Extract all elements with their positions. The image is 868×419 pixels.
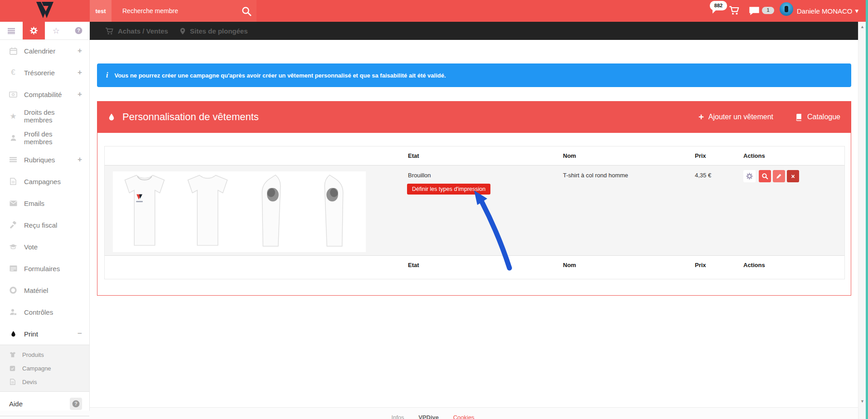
expand-plus-icon[interactable]: + <box>78 155 82 164</box>
euro-icon: € <box>9 68 17 77</box>
chat-count: 1 <box>767 8 770 13</box>
nav-achats-ventes[interactable]: Achats / Ventes <box>105 22 168 40</box>
col-header-nom: Nom <box>563 152 576 159</box>
define-print-types-button[interactable]: Définir les types d'impression <box>407 184 490 195</box>
col-footer-actions: Actions <box>743 262 765 268</box>
sidebar-item-comptabilite[interactable]: Comptabilité + <box>0 83 89 105</box>
sidebar-tab-strip: ☆ ? <box>0 22 90 40</box>
envelope-icon <box>9 199 17 207</box>
person-badge-icon <box>9 308 17 316</box>
sidebar-item-calendrier[interactable]: Calendrier + <box>0 40 89 62</box>
svg-text:?: ? <box>77 28 80 33</box>
sidebar-item-emails[interactable]: Emails <box>0 192 89 214</box>
app-window: test 882 1 Daniele MONACO ▾ <box>0 0 868 419</box>
close-icon: × <box>791 173 795 180</box>
sidebar-item-materiel[interactable]: Matériel <box>0 279 89 301</box>
panel-title: Personnalisation de vêtements <box>122 111 259 123</box>
info-icon: i <box>106 71 108 79</box>
info-banner: i Vous ne pourrez créer une campagne qu'… <box>97 63 851 87</box>
col-header-actions: Actions <box>743 152 765 159</box>
notification-badge[interactable]: 882 <box>710 1 727 10</box>
cell-prix: 4,35 € <box>695 172 711 179</box>
person-icon <box>9 134 17 142</box>
sidebar: Calendrier + € Trésorerie + Comptabilité… <box>0 40 90 411</box>
add-garment-button[interactable]: + Ajouter un vêtement <box>698 112 773 122</box>
help-button[interactable]: ? <box>70 398 82 410</box>
sidebar-item-vote[interactable]: Vote <box>0 236 89 258</box>
scroll-down-arrow[interactable]: ▼ <box>858 399 866 404</box>
sidebar-item-tresorerie[interactable]: € Trésorerie + <box>0 62 89 83</box>
question-circle-icon: ? <box>72 400 80 408</box>
tab-settings[interactable] <box>23 22 45 39</box>
expand-plus-icon[interactable]: + <box>78 68 82 77</box>
page-footer: Infos VPDive Cookies <box>0 407 866 419</box>
col-header-prix: Prix <box>695 152 706 159</box>
submenu-item-produits[interactable]: Produits <box>0 348 89 361</box>
submenu-item-devis[interactable]: Devis <box>0 375 89 389</box>
cart-icon[interactable] <box>729 5 740 15</box>
expand-plus-icon[interactable]: + <box>78 90 82 99</box>
question-circle-icon: ? <box>75 27 82 34</box>
document-icon <box>9 177 17 185</box>
expand-plus-icon[interactable]: + <box>78 46 82 55</box>
sidebar-item-profil-des-membres[interactable]: Profil des membres <box>0 127 89 149</box>
sidebar-item-print[interactable]: Print − <box>0 323 89 345</box>
cart-icon <box>105 27 114 35</box>
org-chip[interactable]: test <box>90 0 112 22</box>
calendar-icon <box>9 47 17 55</box>
footer-link-infos[interactable]: Infos <box>391 414 404 419</box>
collapse-minus-icon[interactable]: − <box>78 329 82 338</box>
sidebar-item-droits-des-membres[interactable]: ★ Droits des membres <box>0 105 89 127</box>
brand-logo[interactable] <box>33 1 53 19</box>
delete-action-button[interactable]: × <box>787 170 799 182</box>
row-actions: × <box>743 170 799 182</box>
table-footer: Etat Nom Prix Actions <box>105 255 844 274</box>
map-pin-icon <box>179 27 186 35</box>
submenu-item-campagne[interactable]: Campagne <box>0 361 89 375</box>
sidebar-item-formulaires[interactable]: Formulaires <box>0 258 89 279</box>
gavel-icon <box>9 221 17 229</box>
banknote-icon <box>9 90 17 98</box>
sidebar-item-controles[interactable]: Contrôles <box>0 301 89 323</box>
catalogue-button[interactable]: Catalogue <box>795 112 840 122</box>
info-banner-text: Vous ne pourrez créer une campagne qu'ap… <box>114 72 446 79</box>
plus-icon: + <box>698 112 704 122</box>
panel-header: Personnalisation de vêtements + Ajouter … <box>97 101 851 133</box>
cell-nom: T-shirt à col rond homme <box>563 172 628 179</box>
col-header-etat: Etat <box>408 152 419 159</box>
page-scrollbar[interactable]: ▲ ▼ <box>858 22 866 419</box>
sidebar-item-rubriques[interactable]: Rubriques + <box>0 149 89 171</box>
notification-count: 882 <box>714 3 723 8</box>
col-footer-prix: Prix <box>695 262 706 268</box>
nav-label: Sites de plongées <box>190 27 248 35</box>
footer-link-cookies[interactable]: Cookies <box>453 414 475 419</box>
scroll-up-arrow[interactable]: ▲ <box>858 24 866 29</box>
clothing-panel: Personnalisation de vêtements + Ajouter … <box>97 101 851 296</box>
search-icon[interactable] <box>241 6 252 17</box>
document-icon <box>9 379 16 385</box>
sidebar-item-campagnes[interactable]: Campagnes <box>0 171 89 192</box>
pencil-icon <box>776 173 782 179</box>
avatar[interactable] <box>780 2 793 16</box>
org-label: test <box>95 8 106 15</box>
gear-icon <box>30 27 38 34</box>
chat-icon[interactable] <box>749 6 760 15</box>
view-action-button[interactable] <box>759 170 771 182</box>
settings-action-button[interactable] <box>743 170 756 182</box>
tab-help[interactable]: ? <box>68 22 90 39</box>
user-menu[interactable]: Daniele MONACO ▾ <box>797 0 858 22</box>
tab-menu[interactable] <box>0 22 23 39</box>
tshirt-icon <box>9 351 16 358</box>
search-input[interactable] <box>112 0 238 22</box>
hamburger-icon <box>7 28 15 34</box>
edit-action-button[interactable] <box>773 170 785 182</box>
window-edge <box>866 0 868 419</box>
footer-link-vpdive[interactable]: VPDive <box>418 414 439 419</box>
search-box <box>112 0 257 22</box>
table-header: Etat Nom Prix Actions <box>105 146 844 166</box>
top-header: test 882 1 Daniele MONACO ▾ <box>0 0 866 22</box>
tab-favorites[interactable]: ☆ <box>45 22 68 39</box>
book-icon <box>795 113 803 121</box>
sidebar-item-recu-fiscal[interactable]: Reçu fiscal <box>0 214 89 236</box>
nav-sites-de-plongees[interactable]: Sites de plongées <box>179 22 248 40</box>
